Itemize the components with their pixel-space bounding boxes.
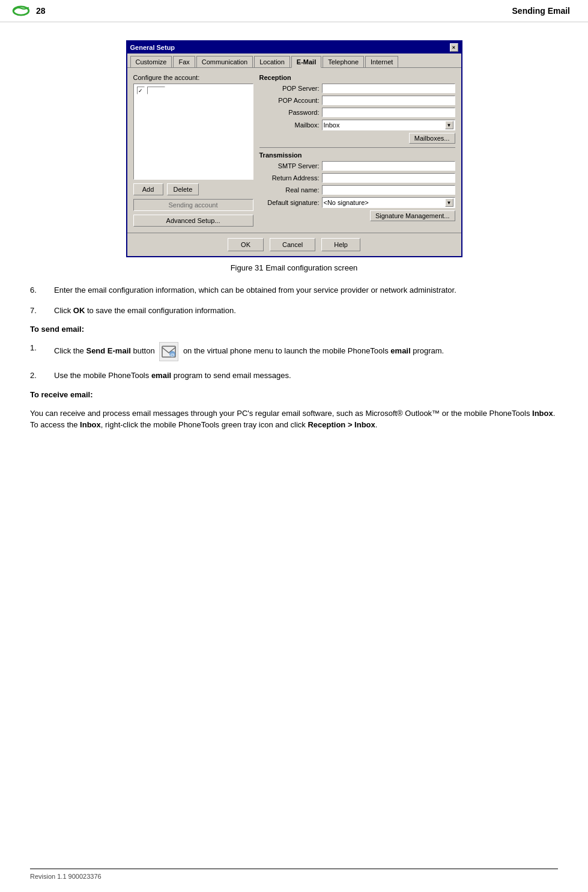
account-list-box[interactable]: ✓ xyxy=(133,84,253,180)
return-address-row: Return Address: xyxy=(259,173,455,183)
password-input[interactable] xyxy=(322,108,455,117)
ok-button[interactable]: OK xyxy=(228,238,264,251)
send-email-heading: To send email: xyxy=(30,325,558,334)
account-text-input[interactable] xyxy=(147,87,165,94)
advanced-setup-button[interactable]: Advanced Setup... xyxy=(133,215,253,227)
dialog-body: Configure the account: ✓ Add Delete Send… xyxy=(127,68,461,233)
general-setup-dialog: General Setup × Customize Fax Communicat… xyxy=(126,40,462,257)
dialog-tab-bar: Customize Fax Communication Location E-M… xyxy=(127,53,461,68)
pop-server-input[interactable] xyxy=(322,84,455,93)
pop-account-row: POP Account: xyxy=(259,96,455,105)
revision-text: Revision 1.1 900023376 xyxy=(30,873,102,880)
real-name-row: Real name: xyxy=(259,185,455,195)
password-label: Password: xyxy=(259,109,320,116)
pop-account-input[interactable] xyxy=(322,96,455,105)
smtp-server-input[interactable] xyxy=(322,161,455,171)
main-content: General Setup × Customize Fax Communicat… xyxy=(0,22,588,469)
send-step-2-num: 2. xyxy=(30,370,54,382)
send-step-1: 1. Click the Send E-mail button @ on the… xyxy=(30,342,558,361)
signature-dropdown-arrow[interactable]: ▼ xyxy=(445,198,453,207)
account-checkbox[interactable]: ✓ xyxy=(137,87,145,94)
mailbox-dropdown-arrow[interactable]: ▼ xyxy=(445,121,453,129)
default-signature-select[interactable]: <No signature> ▼ xyxy=(322,197,455,208)
mailbox-value: Inbox xyxy=(324,121,340,129)
header-logo-area: 28 xyxy=(12,5,46,17)
default-signature-row: Default signature: <No signature> ▼ xyxy=(259,197,455,208)
smtp-server-row: SMTP Server: xyxy=(259,161,455,171)
figure-caption: Figure 31 Email configuration screen xyxy=(30,263,558,272)
send-step-2: 2. Use the mobile PhoneTools email progr… xyxy=(30,370,558,382)
delete-button[interactable]: Delete xyxy=(167,183,199,195)
return-address-input[interactable] xyxy=(322,173,455,183)
account-row: ✓ xyxy=(135,85,252,96)
step-6-text: Enter the email configuration informatio… xyxy=(54,284,456,296)
step-6-num: 6. xyxy=(30,284,54,296)
password-row: Password: xyxy=(259,108,455,117)
help-button[interactable]: Help xyxy=(321,238,360,251)
send-email-icon: @ xyxy=(159,342,178,361)
pop-account-label: POP Account: xyxy=(259,97,320,104)
chapter-title: Sending Email xyxy=(512,6,570,16)
add-delete-btn-row: Add Delete xyxy=(133,183,253,195)
add-button[interactable]: Add xyxy=(133,183,163,195)
page-header: 28 Sending Email xyxy=(0,0,588,22)
tab-fax[interactable]: Fax xyxy=(173,56,195,67)
tab-telephone[interactable]: Telephone xyxy=(323,56,364,67)
send-step-2-text: Use the mobile PhoneTools email program … xyxy=(54,370,291,382)
svg-text:@: @ xyxy=(170,352,175,358)
left-panel: Configure the account: ✓ Add Delete Send… xyxy=(133,74,253,227)
pop-server-label: POP Server: xyxy=(259,85,320,92)
right-panel: Reception POP Server: POP Account: Passw… xyxy=(259,74,455,227)
reception-section-label: Reception xyxy=(259,74,455,81)
cancel-button[interactable]: Cancel xyxy=(270,238,315,251)
tab-communication[interactable]: Communication xyxy=(196,56,253,67)
mailboxes-button[interactable]: Mailboxes... xyxy=(409,133,455,144)
default-signature-value: <No signature> xyxy=(324,199,369,206)
mailbox-label: Mailbox: xyxy=(259,121,320,129)
dialog-footer: OK Cancel Help xyxy=(127,233,461,256)
default-signature-label: Default signature: xyxy=(259,199,320,206)
receive-email-body: You can receive and process email messag… xyxy=(30,408,558,431)
company-logo-icon xyxy=(12,5,30,17)
mailbox-row: Mailbox: Inbox ▼ xyxy=(259,120,455,130)
send-step-1-text: Click the Send E-mail button @ on the vi… xyxy=(54,342,444,361)
step-7-text: Click OK to save the email configuration… xyxy=(54,305,236,317)
tab-email[interactable]: E-Mail xyxy=(291,56,321,68)
page-footer: Revision 1.1 900023376 xyxy=(30,869,558,880)
tab-location[interactable]: Location xyxy=(254,56,290,67)
step-7: 7. Click OK to save the email configurat… xyxy=(30,305,558,317)
step-6: 6. Enter the email configuration informa… xyxy=(30,284,558,296)
dialog-title: General Setup xyxy=(130,44,175,51)
configure-account-label: Configure the account: xyxy=(133,74,253,81)
separator xyxy=(259,147,455,148)
page-number: 28 xyxy=(36,6,46,16)
real-name-label: Real name: xyxy=(259,186,320,194)
signature-management-button[interactable]: Signature Management... xyxy=(370,210,455,221)
transmission-section-label: Transmission xyxy=(259,151,455,159)
dialog-close-button[interactable]: × xyxy=(450,43,458,52)
step-7-num: 7. xyxy=(30,305,54,317)
tab-customize[interactable]: Customize xyxy=(130,56,172,67)
real-name-input[interactable] xyxy=(322,185,455,195)
return-address-label: Return Address: xyxy=(259,174,320,182)
pop-server-row: POP Server: xyxy=(259,84,455,93)
sending-account-button[interactable]: Sending account xyxy=(133,199,253,211)
receive-email-heading: To receive email: xyxy=(30,390,558,399)
tab-internet[interactable]: Internet xyxy=(365,56,398,67)
send-step-1-num: 1. xyxy=(30,342,54,361)
mailbox-select[interactable]: Inbox ▼ xyxy=(322,120,455,130)
dialog-screenshot-container: General Setup × Customize Fax Communicat… xyxy=(30,40,558,257)
dialog-titlebar: General Setup × xyxy=(127,41,461,53)
smtp-server-label: SMTP Server: xyxy=(259,162,320,170)
